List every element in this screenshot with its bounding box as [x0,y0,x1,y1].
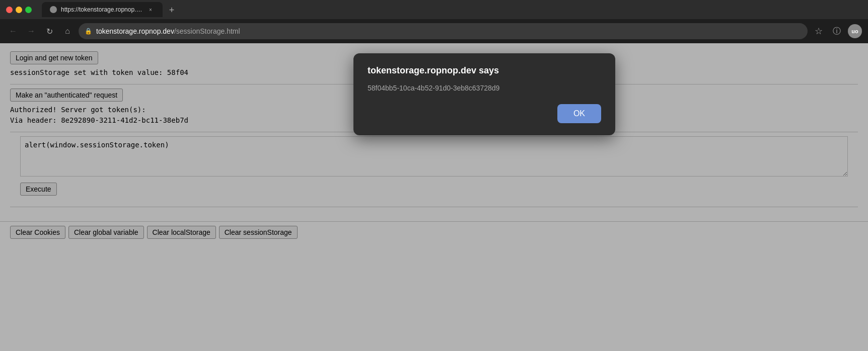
tab-title: https://tokenstorage.ropnop.de [61,6,142,13]
nav-bar: ← → ↻ ⌂ 🔒 tokenstorage.ropnop.dev/sessio… [0,19,868,43]
refresh-button[interactable]: ↻ [42,24,56,38]
back-button[interactable]: ← [6,24,20,38]
modal-actions: OK [368,104,601,123]
minimize-window-button[interactable] [16,7,22,13]
new-tab-button[interactable]: + [165,3,179,17]
bookmark-button[interactable]: ☆ [812,24,826,38]
page-content: Login and get new token sessionStorage s… [0,43,868,351]
maximize-window-button[interactable] [25,7,32,13]
lock-icon: 🔒 [85,28,92,35]
modal-ok-button[interactable]: OK [557,104,601,123]
forward-button[interactable]: → [24,24,38,38]
address-bar[interactable]: 🔒 tokenstorage.ropnop.dev/sessionStorage… [79,23,808,39]
home-button[interactable]: ⌂ [60,24,75,38]
tab-bar: https://tokenstorage.ropnop.de × + [42,2,862,17]
modal-message: 58f04bb5-10ca-4b52-91d0-3eb8c63728d9 [368,84,601,92]
modal-title: tokenstorage.ropnop.dev says [368,65,601,76]
extension-button[interactable]: uo [848,24,862,38]
url-text: tokenstorage.ropnop.dev/sessionStorage.h… [96,27,240,35]
tab-close-button[interactable]: × [147,6,155,14]
active-tab[interactable]: https://tokenstorage.ropnop.de × [42,2,163,17]
tab-favicon-icon [50,6,57,13]
help-button[interactable]: ⓘ [830,24,844,38]
modal-overlay: tokenstorage.ropnop.dev says 58f04bb5-10… [0,43,868,351]
title-bar: https://tokenstorage.ropnop.de × + [0,0,868,19]
modal-dialog: tokenstorage.ropnop.dev says 58f04bb5-10… [353,53,615,135]
traffic-lights [6,7,32,13]
close-window-button[interactable] [6,7,13,13]
url-path: /sessionStorage.html [174,27,240,35]
url-domain: tokenstorage.ropnop.dev [96,27,174,35]
